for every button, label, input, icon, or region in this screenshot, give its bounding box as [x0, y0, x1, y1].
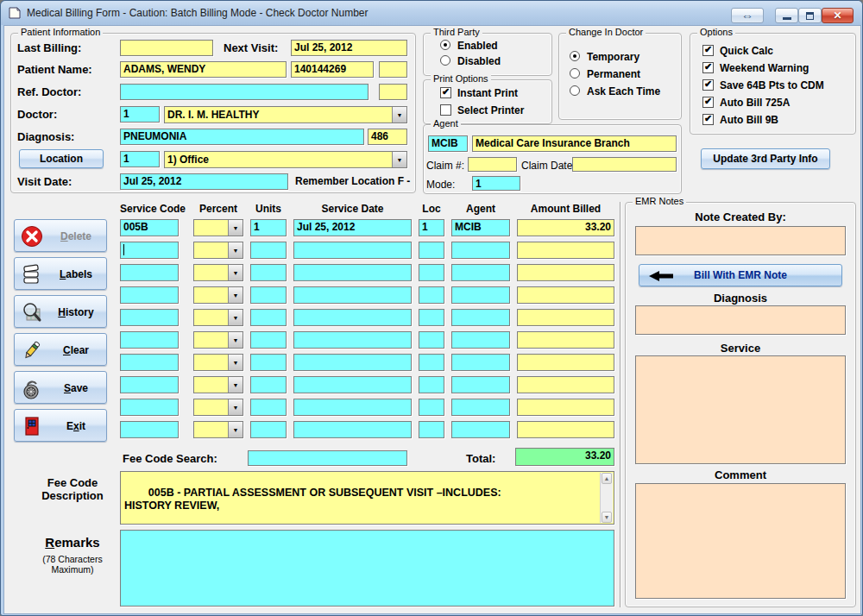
service-code-field[interactable]: [120, 399, 179, 416]
loc-field[interactable]: 1: [419, 219, 444, 236]
percent-dropdown[interactable]: ▼: [193, 421, 243, 438]
units-field[interactable]: [250, 354, 287, 371]
service-date-field[interactable]: [293, 354, 412, 371]
units-field[interactable]: [250, 242, 287, 259]
patient-name-field[interactable]: ADAMS, WENDY: [120, 61, 287, 78]
agent-field[interactable]: [451, 331, 510, 349]
units-field[interactable]: [250, 376, 287, 393]
chevron-down-icon[interactable]: ▼: [228, 287, 243, 303]
units-field[interactable]: [250, 264, 287, 281]
service-date-field[interactable]: [293, 264, 412, 281]
visit-date-field[interactable]: Jul 25, 2012: [120, 173, 288, 190]
patient-number-field[interactable]: 140144269: [291, 61, 374, 78]
amount-billed-field[interactable]: [517, 376, 614, 393]
agent-field[interactable]: [451, 286, 510, 304]
chevron-down-icon[interactable]: ▼: [228, 220, 243, 236]
diagnosis-code-field[interactable]: 486: [368, 129, 407, 145]
service-date-field[interactable]: [293, 286, 412, 304]
agent-field[interactable]: [451, 242, 510, 259]
amount-billed-field[interactable]: 33.20: [517, 219, 614, 236]
service-date-field[interactable]: Jul 25, 2012: [293, 219, 412, 236]
amount-billed-field[interactable]: [517, 242, 614, 259]
percent-dropdown[interactable]: ▼: [193, 242, 243, 259]
amount-billed-field[interactable]: [517, 286, 614, 304]
agent-name-field[interactable]: Medical Care Insurance Branch: [472, 135, 677, 152]
service-date-field[interactable]: [293, 421, 412, 438]
save-button[interactable]: Save: [14, 371, 107, 404]
agent-field[interactable]: MCIB: [451, 219, 510, 236]
chevron-down-icon[interactable]: ▼: [228, 310, 243, 325]
loc-field[interactable]: [419, 376, 444, 393]
percent-dropdown[interactable]: ▼: [193, 286, 243, 304]
scroll-down-icon[interactable]: ▼: [602, 512, 612, 523]
amount-billed-field[interactable]: [517, 399, 614, 416]
chevron-down-icon[interactable]: ▼: [228, 265, 243, 280]
percent-dropdown[interactable]: ▼: [193, 331, 243, 349]
loc-field[interactable]: [419, 354, 444, 371]
chevron-down-icon[interactable]: ▼: [392, 152, 406, 167]
units-field[interactable]: [250, 421, 287, 438]
percent-dropdown[interactable]: ▼: [193, 264, 243, 281]
bill-with-emr-note-button[interactable]: Bill With EMR Note: [639, 264, 842, 286]
agent-field[interactable]: [451, 376, 510, 393]
chevron-down-icon[interactable]: ▼: [228, 332, 243, 348]
units-field[interactable]: [250, 286, 287, 304]
service-code-field[interactable]: [120, 286, 179, 304]
loc-field[interactable]: [419, 242, 444, 259]
service-code-field[interactable]: [120, 264, 179, 281]
loc-field[interactable]: [419, 286, 444, 304]
service-code-field[interactable]: [120, 354, 179, 371]
service-code-field[interactable]: [120, 421, 179, 438]
history-button[interactable]: History: [14, 295, 107, 328]
update-third-party-button[interactable]: Update 3rd Party Info: [701, 148, 830, 169]
chevron-down-icon[interactable]: ▼: [228, 399, 243, 415]
service-date-field[interactable]: [293, 376, 412, 393]
loc-field[interactable]: [419, 399, 444, 416]
next-visit-field[interactable]: Jul 25, 2012: [291, 40, 407, 56]
service-code-field[interactable]: [120, 242, 179, 259]
agent-field[interactable]: [451, 421, 510, 438]
units-field[interactable]: [250, 331, 287, 349]
amount-billed-field[interactable]: [517, 309, 614, 326]
agent-field[interactable]: [451, 264, 510, 281]
percent-dropdown[interactable]: ▼: [193, 309, 243, 326]
chevron-down-icon[interactable]: ▼: [228, 355, 243, 370]
units-field[interactable]: [250, 399, 287, 416]
doctor-dropdown[interactable]: DR. I. M. HEALTHY ▼: [164, 106, 407, 123]
fee-code-search-input[interactable]: [248, 450, 407, 466]
location-dropdown[interactable]: 1) Office ▼: [164, 151, 407, 168]
amount-billed-field[interactable]: [517, 264, 614, 281]
mode-field[interactable]: 1: [472, 176, 520, 191]
remarks-input[interactable]: [120, 530, 614, 607]
units-field[interactable]: 1: [250, 219, 287, 236]
ref-doctor-field[interactable]: [120, 84, 369, 100]
clear-button[interactable]: Clear: [14, 333, 107, 366]
exit-button[interactable]: Exit: [14, 409, 107, 442]
amount-billed-field[interactable]: [517, 421, 614, 438]
fee-description-scrollbar[interactable]: ▲ ▼: [600, 473, 613, 523]
delete-button[interactable]: Delete: [14, 219, 107, 252]
service-code-field[interactable]: [120, 331, 179, 349]
chevron-down-icon[interactable]: ▼: [228, 242, 243, 258]
units-field[interactable]: [250, 309, 287, 326]
service-date-field[interactable]: [293, 331, 412, 349]
last-billing-field[interactable]: [120, 40, 213, 56]
service-code-field[interactable]: [120, 376, 179, 393]
amount-billed-field[interactable]: [517, 331, 614, 349]
diagnosis-field[interactable]: PNEUMONIA: [120, 129, 364, 145]
percent-dropdown[interactable]: ▼: [193, 354, 243, 371]
loc-field[interactable]: [419, 331, 444, 349]
agent-code-field[interactable]: MCIB: [428, 135, 468, 152]
claim-date-field[interactable]: [572, 157, 677, 172]
service-code-field[interactable]: 005B: [120, 219, 179, 236]
patient-extra-field[interactable]: [379, 61, 407, 78]
loc-field[interactable]: [419, 309, 444, 326]
location-number-field[interactable]: 1: [120, 151, 160, 167]
agent-field[interactable]: [451, 354, 510, 371]
agent-field[interactable]: [451, 399, 510, 416]
labels-button[interactable]: Labels: [14, 257, 107, 290]
chevron-down-icon[interactable]: ▼: [228, 377, 243, 393]
service-code-field[interactable]: [120, 309, 179, 326]
percent-dropdown[interactable]: ▼: [193, 399, 243, 416]
service-date-field[interactable]: [293, 399, 412, 416]
